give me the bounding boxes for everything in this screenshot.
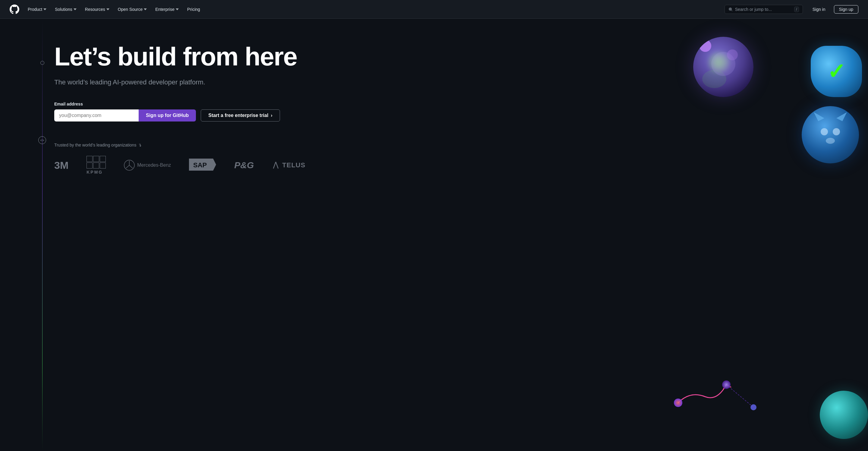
svg-point-5 <box>702 70 726 88</box>
svg-line-3 <box>273 162 276 169</box>
search-bar[interactable]: Search or jump to... / <box>724 5 803 14</box>
svg-rect-6 <box>711 52 735 76</box>
hero-decorations: ✓ <box>657 19 868 451</box>
nav-auth: Sign in Sign up <box>808 5 858 13</box>
hero-title: Let’s build from here <box>54 43 313 70</box>
copilot-orb <box>693 37 753 100</box>
nav-item-solutions[interactable]: Solutions <box>51 5 80 13</box>
svg-text:SAP: SAP <box>193 161 207 169</box>
svg-point-8 <box>803 108 858 162</box>
svg-line-4 <box>276 162 278 169</box>
logo-3m: 3M <box>54 159 68 171</box>
signup-button[interactable]: Sign up <box>834 5 858 13</box>
logo-mercedes: Mercedes-Benz <box>124 160 171 171</box>
company-logos-row: 3M KPMG <box>54 156 313 175</box>
chevron-down-icon <box>176 8 179 11</box>
search-placeholder-text: Search or jump to... <box>735 7 792 12</box>
signup-github-button[interactable]: Sign up for GitHub <box>138 110 196 121</box>
svg-point-11 <box>826 138 835 144</box>
svg-point-14 <box>674 398 682 407</box>
nav-item-pricing[interactable]: Pricing <box>184 5 204 13</box>
signin-button[interactable]: Sign in <box>808 5 830 13</box>
nav-item-open-source[interactable]: Open Source <box>114 5 151 13</box>
navbar: Product Solutions Resources Open Source … <box>0 0 868 19</box>
trusted-text: Trusted by the world’s leading organizat… <box>54 143 313 147</box>
svg-point-10 <box>833 128 840 136</box>
nav-item-enterprise[interactable]: Enterprise <box>152 5 182 13</box>
svg-point-9 <box>821 128 828 136</box>
svg-point-15 <box>722 381 731 389</box>
trusted-section: Trusted by the world’s leading organizat… <box>54 143 313 175</box>
dot-indicator <box>40 61 44 65</box>
logo-sap: SAP <box>189 158 216 172</box>
chevron-down-icon <box>106 8 110 11</box>
search-shortcut-badge: / <box>794 7 799 12</box>
github-logo[interactable] <box>10 4 19 14</box>
nav-item-product[interactable]: Product <box>24 5 50 13</box>
search-icon <box>728 7 733 11</box>
enterprise-trial-button[interactable]: Start a free enterprise trial › <box>201 110 280 121</box>
teal-orb <box>820 391 868 439</box>
svg-marker-13 <box>836 112 847 121</box>
hero-section: <> Let’s build from here The world’s lea… <box>0 19 868 451</box>
hero-content: Let’s build from here The world’s leadin… <box>54 43 313 175</box>
check-icon: ✓ <box>827 61 845 82</box>
arrow-right-icon: › <box>271 113 272 118</box>
vertical-line-decoration <box>42 19 42 451</box>
octocat-orb <box>802 106 859 167</box>
nav-links: Product Solutions Resources Open Source … <box>24 5 724 13</box>
email-input[interactable] <box>54 110 138 121</box>
chevron-down-icon <box>73 8 76 11</box>
chevron-down-icon <box>144 8 147 11</box>
svg-point-7 <box>727 50 738 60</box>
chevron-down-icon <box>43 8 46 11</box>
email-signup-group: Sign up for GitHub <box>54 110 196 121</box>
network-nodes-decoration <box>666 355 769 427</box>
cta-row: Sign up for GitHub Start a free enterpri… <box>54 110 313 121</box>
logo-pg: P&G <box>234 160 254 170</box>
email-label: Email address <box>54 101 313 107</box>
nav-item-resources[interactable]: Resources <box>82 5 113 13</box>
logo-telus: TELUS <box>272 161 305 169</box>
svg-line-17 <box>726 385 753 407</box>
code-icon: <> <box>38 136 46 144</box>
arrow-down-icon: ↴ <box>138 143 142 147</box>
svg-point-16 <box>750 404 756 410</box>
svg-marker-12 <box>814 112 824 121</box>
logo-kpmg: KPMG <box>87 156 106 175</box>
hero-subtitle: The world’s leading AI-powered developer… <box>54 77 313 87</box>
check-orb: ✓ <box>811 46 862 97</box>
